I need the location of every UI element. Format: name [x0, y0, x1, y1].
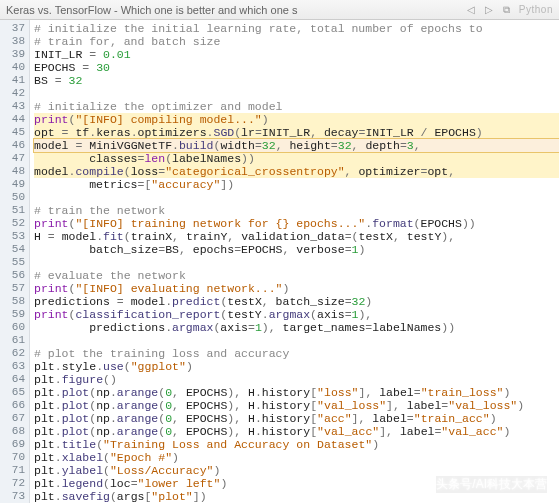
- code-line[interactable]: model = MiniVGGNetTF.build(width=32, hei…: [34, 139, 559, 152]
- line-number: 56: [0, 269, 25, 282]
- code-line[interactable]: # train for, and batch size: [34, 35, 559, 48]
- line-number: 72: [0, 477, 25, 490]
- code-line[interactable]: plt.ylabel("Loss/Accuracy"): [34, 464, 559, 477]
- line-number: 71: [0, 464, 25, 477]
- code-line[interactable]: plt.plot(np.arange(0, EPOCHS), H.history…: [34, 386, 559, 399]
- line-number: 52: [0, 217, 25, 230]
- code-line[interactable]: H = model.fit(trainX, trainY, validation…: [34, 230, 559, 243]
- code-line[interactable]: plt.figure(): [34, 373, 559, 386]
- code-line[interactable]: # initialize the optimizer and model: [34, 100, 559, 113]
- line-number: 63: [0, 360, 25, 373]
- line-number: 55: [0, 256, 25, 269]
- line-number: 58: [0, 295, 25, 308]
- code-line[interactable]: batch_size=BS, epochs=EPOCHS, verbose=1): [34, 243, 559, 256]
- code-line[interactable]: metrics=["accuracy"]): [34, 178, 559, 191]
- line-number: 41: [0, 74, 25, 87]
- prev-icon[interactable]: ◁: [463, 3, 479, 17]
- code-line[interactable]: [34, 256, 559, 269]
- line-number: 37: [0, 22, 25, 35]
- title-bar: Keras vs. TensorFlow - Which one is bett…: [0, 0, 559, 20]
- code-line[interactable]: plt.plot(np.arange(0, EPOCHS), H.history…: [34, 399, 559, 412]
- line-number: 61: [0, 334, 25, 347]
- line-number: 67: [0, 412, 25, 425]
- code-line[interactable]: opt = tf.keras.optimizers.SGD(lr=INIT_LR…: [34, 126, 559, 139]
- line-number: 40: [0, 61, 25, 74]
- line-number: 43: [0, 100, 25, 113]
- code-line[interactable]: model.compile(loss="categorical_crossent…: [34, 165, 559, 178]
- line-number: 73: [0, 490, 25, 503]
- code-line[interactable]: plt.plot(np.arange(0, EPOCHS), H.history…: [34, 412, 559, 425]
- code-line[interactable]: # plot the training loss and accuracy: [34, 347, 559, 360]
- line-number: 54: [0, 243, 25, 256]
- line-number: 47: [0, 152, 25, 165]
- line-number: 59: [0, 308, 25, 321]
- code-line[interactable]: print("[INFO] evaluating network..."): [34, 282, 559, 295]
- line-number: 68: [0, 425, 25, 438]
- code-line[interactable]: BS = 32: [34, 74, 559, 87]
- line-number: 42: [0, 87, 25, 100]
- window-title: Keras vs. TensorFlow - Which one is bett…: [6, 4, 461, 16]
- code-line[interactable]: plt.title("Training Loss and Accuracy on…: [34, 438, 559, 451]
- line-number: 48: [0, 165, 25, 178]
- code-line[interactable]: plt.legend(loc="lower left"): [34, 477, 559, 490]
- code-line[interactable]: [34, 87, 559, 100]
- code-line[interactable]: classes=len(labelNames)): [34, 152, 559, 165]
- code-line[interactable]: plt.savefig(args["plot"]): [34, 490, 559, 503]
- code-line[interactable]: plt.xlabel("Epoch #"): [34, 451, 559, 464]
- line-number: 69: [0, 438, 25, 451]
- code-line[interactable]: predictions = model.predict(testX, batch…: [34, 295, 559, 308]
- line-number: 50: [0, 191, 25, 204]
- line-number: 64: [0, 373, 25, 386]
- code-line[interactable]: INIT_LR = 0.01: [34, 48, 559, 61]
- next-icon[interactable]: ▷: [481, 3, 497, 17]
- code-line[interactable]: print("[INFO] compiling model..."): [34, 113, 559, 126]
- line-number: 60: [0, 321, 25, 334]
- line-number: 57: [0, 282, 25, 295]
- line-number: 51: [0, 204, 25, 217]
- line-number: 49: [0, 178, 25, 191]
- line-number: 53: [0, 230, 25, 243]
- code-line[interactable]: # train the network: [34, 204, 559, 217]
- code-line[interactable]: print(classification_report(testY.argmax…: [34, 308, 559, 321]
- line-number-gutter: 3738394041424344454647484950515253545556…: [0, 20, 30, 503]
- code-line[interactable]: predictions.argmax(axis=1), target_names…: [34, 321, 559, 334]
- line-number: 65: [0, 386, 25, 399]
- line-number: 62: [0, 347, 25, 360]
- code-line[interactable]: # initialize the initial learning rate, …: [34, 22, 559, 35]
- code-area[interactable]: # initialize the initial learning rate, …: [30, 20, 559, 503]
- code-line[interactable]: [34, 334, 559, 347]
- code-line[interactable]: [34, 191, 559, 204]
- line-number: 39: [0, 48, 25, 61]
- language-badge: Python: [519, 4, 553, 15]
- code-line[interactable]: EPOCHS = 30: [34, 61, 559, 74]
- line-number: 38: [0, 35, 25, 48]
- code-line[interactable]: # evaluate the network: [34, 269, 559, 282]
- code-line[interactable]: print("[INFO] training network for {} ep…: [34, 217, 559, 230]
- line-number: 45: [0, 126, 25, 139]
- copy-icon[interactable]: ⧉: [499, 3, 515, 17]
- line-number: 44: [0, 113, 25, 126]
- line-number: 70: [0, 451, 25, 464]
- code-editor[interactable]: 3738394041424344454647484950515253545556…: [0, 20, 559, 503]
- code-line[interactable]: plt.plot(np.arange(0, EPOCHS), H.history…: [34, 425, 559, 438]
- line-number: 66: [0, 399, 25, 412]
- line-number: 46: [0, 139, 25, 152]
- code-line[interactable]: plt.style.use("ggplot"): [34, 360, 559, 373]
